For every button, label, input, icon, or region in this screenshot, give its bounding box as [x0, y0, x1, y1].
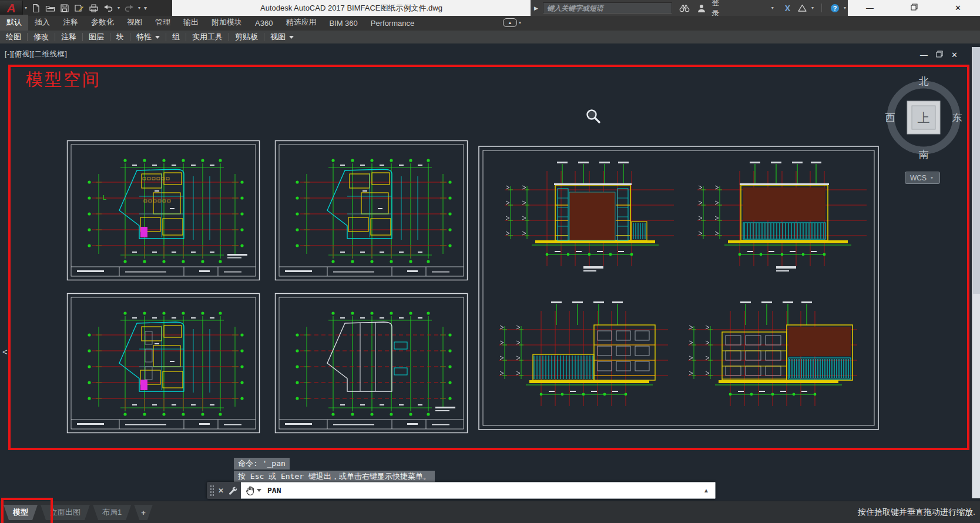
save-as-icon[interactable]: [74, 4, 84, 13]
help-icon[interactable]: ?: [830, 4, 840, 13]
doc-minimize-button[interactable]: —: [920, 51, 928, 59]
customize-wrench-icon[interactable]: [229, 486, 237, 495]
svg-text:L: L: [103, 194, 106, 201]
document-window-controls: — ✕: [920, 51, 958, 59]
ribbon-tab-performance[interactable]: Performance: [364, 16, 421, 31]
panel-layers[interactable]: 图层: [83, 32, 110, 42]
elevation-drawings-sheet: [478, 145, 880, 431]
ribbon-minimize-toggle[interactable]: ▲ ▾: [503, 18, 523, 27]
close-button[interactable]: ✕: [945, 4, 972, 12]
help-caret-icon[interactable]: ▾: [844, 5, 846, 11]
viewport-controls: [-][俯视][二维线框]: [5, 49, 68, 59]
ribbon-tab-featured-apps[interactable]: 精选应用: [279, 15, 323, 31]
active-command-text[interactable]: PAN: [267, 486, 703, 495]
flyout-arrow-icon[interactable]: [155, 36, 160, 39]
a360-icon[interactable]: [797, 4, 807, 12]
undo-icon[interactable]: [103, 4, 113, 12]
command-history-line-2: 按 Esc 或 Enter 键退出，或单击右键显示快捷菜单。: [234, 471, 435, 482]
ribbon-tab-parametric[interactable]: 参数化: [85, 15, 120, 31]
open-file-icon[interactable]: [45, 4, 55, 13]
ribbon-tab-a360[interactable]: A360: [249, 16, 279, 31]
panel-clipboard[interactable]: 剪贴板: [229, 32, 264, 42]
viewcube-south[interactable]: 南: [919, 149, 929, 160]
title-bar: A ▾ ▾ ▾ ▾ Autodesk AutoCAD 2017 BIMFACE图…: [0, 0, 980, 16]
panel-utilities[interactable]: 实用工具: [186, 32, 229, 42]
command-close-icon[interactable]: ✕: [218, 487, 224, 495]
drag-handle-icon[interactable]: [210, 485, 214, 497]
ribbon-panel-bar: 绘图 修改 注释 图层 块 特性 组 实用工具 剪贴板 视图: [0, 31, 980, 44]
panel-groups[interactable]: 组: [166, 32, 186, 42]
a360-caret-icon[interactable]: ▾: [811, 5, 814, 11]
ribbon-tab-insert[interactable]: 插入: [28, 15, 56, 31]
viewport-visual-style-control[interactable]: [二维线框]: [32, 50, 68, 58]
layout-tab-layout1[interactable]: 布局1: [93, 505, 131, 520]
ribbon-minimize-icon: ▲: [503, 18, 517, 27]
model-space-canvas[interactable]: [-][俯视][二维线框] — ✕ 模型空间 L 北 西 东 南 上 WCS▾ …: [0, 43, 980, 501]
floor-plan-drawing-2: [274, 140, 468, 281]
scrollbar-thumb[interactable]: [973, 47, 980, 294]
new-file-icon[interactable]: [31, 4, 41, 13]
layout-tab-model[interactable]: 模型: [4, 505, 38, 520]
logo-menu-caret-icon[interactable]: ▾: [25, 5, 27, 11]
ribbon-tab-bim360[interactable]: BIM 360: [323, 16, 364, 31]
layout-tab-bar: 模型 立面出图 布局1 +: [4, 505, 153, 520]
exchange-apps-icon[interactable]: X: [785, 4, 790, 13]
customize-qat-icon[interactable]: ▾: [144, 5, 147, 11]
command-bar[interactable]: ✕ PAN ▲: [207, 482, 716, 499]
model-space-annotation: 模型空间: [26, 68, 101, 92]
panel-properties[interactable]: 特性: [130, 32, 166, 42]
palette-collapse-chevron-icon[interactable]: <: [2, 347, 8, 357]
window-title: Autodesk AutoCAD 2017 BIMFACE图纸示例文件.dwg: [172, 0, 531, 16]
zoom-cursor-icon: [585, 108, 602, 127]
doc-restore-button[interactable]: [936, 51, 943, 59]
viewcube-top-face-label[interactable]: 上: [918, 111, 930, 125]
window-controls: — ✕: [848, 0, 980, 16]
panel-modify[interactable]: 修改: [28, 32, 55, 42]
new-layout-button[interactable]: +: [134, 505, 153, 520]
ribbon-tab-manage[interactable]: 管理: [149, 15, 177, 31]
minimize-button[interactable]: —: [857, 4, 884, 12]
doc-close-button[interactable]: ✕: [951, 51, 958, 59]
search-binoculars-icon[interactable]: [679, 4, 690, 12]
ribbon-tab-addins[interactable]: 附加模块: [205, 15, 249, 31]
ribbon-minimize-caret-icon[interactable]: ▾: [519, 20, 521, 25]
ribbon-tab-output[interactable]: 输出: [177, 15, 205, 31]
vertical-scrollbar[interactable]: [972, 47, 980, 498]
ribbon-tab-view[interactable]: 视图: [120, 15, 149, 31]
restore-button[interactable]: [901, 4, 928, 12]
roof-plan-drawing: [274, 293, 468, 434]
autocad-logo[interactable]: A: [0, 1, 23, 16]
undo-caret-icon[interactable]: ▾: [118, 5, 120, 11]
search-input[interactable]: [543, 2, 672, 14]
wcs-dropdown[interactable]: WCS▾: [905, 172, 940, 184]
floor-plan-drawing-1: L: [66, 140, 260, 281]
redo-caret-icon[interactable]: ▾: [138, 5, 140, 11]
status-bar: 模型 立面出图 布局1 + 按住拾取键并垂直拖动进行缩放.: [0, 501, 980, 523]
user-icon[interactable]: [697, 4, 706, 13]
sign-in-caret-icon[interactable]: ▾: [771, 5, 774, 11]
flyout-arrow-icon[interactable]: [289, 36, 294, 39]
viewcube-north[interactable]: 北: [919, 76, 929, 87]
command-input[interactable]: PAN ▲: [241, 482, 716, 499]
viewcube[interactable]: 北 西 东 南 上: [882, 66, 965, 183]
ribbon-tab-home[interactable]: 默认: [0, 15, 28, 31]
ribbon-tab-annotate[interactable]: 注释: [56, 15, 85, 31]
viewport-view-control[interactable]: [俯视]: [12, 50, 32, 58]
command-bar-grip[interactable]: ✕: [207, 482, 241, 499]
plot-icon[interactable]: [89, 4, 99, 13]
status-hint-text: 按住拾取键并垂直拖动进行缩放.: [858, 501, 975, 523]
panel-annotation[interactable]: 注释: [55, 32, 82, 42]
viewcube-west[interactable]: 西: [885, 112, 895, 123]
layout-tab-elevation[interactable]: 立面出图: [41, 505, 90, 520]
panel-draw[interactable]: 绘图: [0, 32, 27, 42]
viewcube-east[interactable]: 东: [952, 112, 962, 123]
infocenter: ▶ 登录 ▾ X ▾ ? ▾: [531, 0, 848, 16]
viewport-minimize-control[interactable]: [-]: [5, 50, 12, 58]
command-options-caret-icon[interactable]: [257, 489, 261, 492]
search-expand-icon[interactable]: ▶: [534, 5, 538, 11]
redo-icon[interactable]: [124, 4, 134, 12]
save-icon[interactable]: [60, 4, 69, 13]
panel-view[interactable]: 视图: [264, 32, 300, 42]
panel-block[interactable]: 块: [110, 32, 130, 42]
history-expand-icon[interactable]: ▲: [703, 487, 709, 494]
